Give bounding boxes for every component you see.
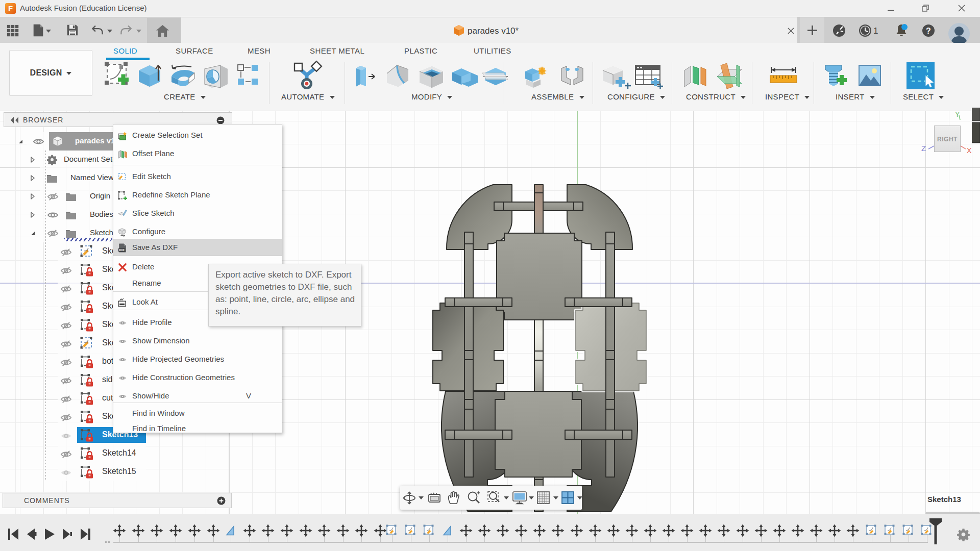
svg-text:Y: Y: [955, 111, 960, 118]
svg-text:DXF: DXF: [119, 248, 125, 252]
svg-text:X: X: [967, 146, 972, 155]
svg-text:Z: Z: [921, 144, 926, 153]
svg-text:?: ?: [926, 27, 931, 35]
